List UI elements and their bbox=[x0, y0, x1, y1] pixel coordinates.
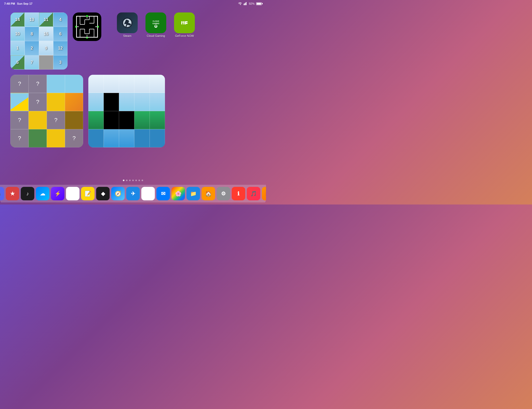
geforce-now-app-wrapper: GeForce NOW bbox=[174, 12, 195, 37]
dock-icon-home[interactable]: 🏠 bbox=[202, 187, 215, 200]
dock-icon-files[interactable]: 📁 bbox=[187, 187, 200, 200]
page-dot-6[interactable] bbox=[142, 180, 143, 181]
dock-icon-safari[interactable]: 🧭 bbox=[111, 187, 125, 200]
xbox-logo-svg: CLOUD GAMING bbox=[150, 17, 162, 29]
home-screen: 141311410815612912573 bbox=[0, 7, 266, 184]
dock-icon-notes[interactable]: 📝 bbox=[81, 187, 95, 200]
svg-rect-0 bbox=[244, 4, 244, 5]
dock-icon-info[interactable]: ℹ bbox=[232, 187, 245, 200]
status-right: 92% bbox=[238, 2, 262, 5]
steam-app-icon[interactable] bbox=[117, 12, 138, 33]
battery-icon bbox=[256, 2, 262, 5]
dock-icon-discord[interactable]: 🎮 bbox=[0, 187, 4, 200]
dock: 💬1🎮★♪☁⚡☑📝◆🧭✈17✉🌸📁🏠⚙ℹ🎵📖⊞ bbox=[0, 185, 266, 202]
svg-point-32 bbox=[155, 26, 156, 27]
date: Sun Sep 17 bbox=[17, 2, 32, 5]
geforce-now-app-icon[interactable] bbox=[174, 12, 195, 33]
page-dots bbox=[123, 180, 143, 181]
puzzle-lake-widget[interactable] bbox=[88, 75, 165, 147]
dock-icon-calendar[interactable]: 17 bbox=[141, 187, 155, 200]
page-dot-2[interactable] bbox=[129, 180, 131, 181]
nvidia-logo-svg bbox=[178, 17, 191, 29]
geforce-now-label: GeForce NOW bbox=[175, 34, 194, 37]
puzzle-sunflower-widget[interactable]: ??????? bbox=[10, 75, 83, 147]
svg-rect-1 bbox=[245, 3, 245, 5]
svg-text:GAMING: GAMING bbox=[152, 23, 159, 24]
cloud-gaming-app-icon[interactable]: CLOUD GAMING bbox=[145, 12, 166, 33]
svg-rect-2 bbox=[246, 2, 247, 5]
svg-text:CLOUD: CLOUD bbox=[153, 20, 159, 22]
puzzle-numbered-widget[interactable]: 141311410815612912573 bbox=[10, 12, 68, 70]
dock-icon-craft[interactable]: ◆ bbox=[96, 187, 110, 200]
dock-icon-settings[interactable]: ⚙ bbox=[217, 187, 230, 200]
signal-icon bbox=[244, 2, 247, 5]
maze-app-icon[interactable] bbox=[73, 12, 101, 41]
time: 7:48 PM bbox=[4, 2, 15, 5]
cloud-gaming-app-wrapper: CLOUD GAMING Cloud Gaming bbox=[145, 12, 166, 37]
dock-icon-testflight[interactable]: ✈ bbox=[126, 187, 140, 200]
page-dot-4[interactable] bbox=[135, 180, 137, 181]
status-left: 7:48 PM Sun Sep 17 bbox=[4, 2, 32, 5]
steam-label: Steam bbox=[123, 34, 131, 37]
status-bar: 7:48 PM Sun Sep 17 92% bbox=[0, 0, 266, 7]
dock-icon-reeder[interactable]: ★ bbox=[6, 187, 19, 200]
page-dot-1[interactable] bbox=[126, 180, 128, 181]
dock-icon-photos[interactable]: 🌸 bbox=[171, 187, 185, 200]
bottom-row: ??????? bbox=[10, 75, 256, 147]
steam-app-wrapper: Steam bbox=[117, 12, 138, 37]
dock-icon-icloud-drive[interactable]: ☁ bbox=[36, 187, 49, 200]
steam-logo-svg bbox=[121, 17, 134, 29]
page-dot-0[interactable] bbox=[123, 180, 124, 181]
wifi-icon bbox=[238, 2, 242, 5]
dock-icon-books[interactable]: 📖 bbox=[262, 187, 266, 200]
cloud-gaming-label: Cloud Gaming bbox=[147, 34, 165, 37]
dock-icon-capo[interactable]: ♪ bbox=[21, 187, 34, 200]
battery-percent: 92% bbox=[249, 2, 255, 5]
app-icons-row: Steam CLOUD GAMING Cloud Gaming bbox=[117, 12, 195, 37]
top-row: 141311410815612912573 bbox=[10, 12, 256, 70]
dock-icon-mail[interactable]: ✉ bbox=[156, 187, 170, 200]
dock-icon-shortcuts[interactable]: ⚡ bbox=[51, 187, 64, 200]
maze-svg bbox=[75, 15, 99, 38]
dock-icon-reminders[interactable]: ☑ bbox=[66, 187, 79, 200]
dock-icon-music[interactable]: 🎵 bbox=[247, 187, 260, 200]
page-dot-3[interactable] bbox=[132, 180, 134, 181]
page-dot-5[interactable] bbox=[138, 180, 140, 181]
